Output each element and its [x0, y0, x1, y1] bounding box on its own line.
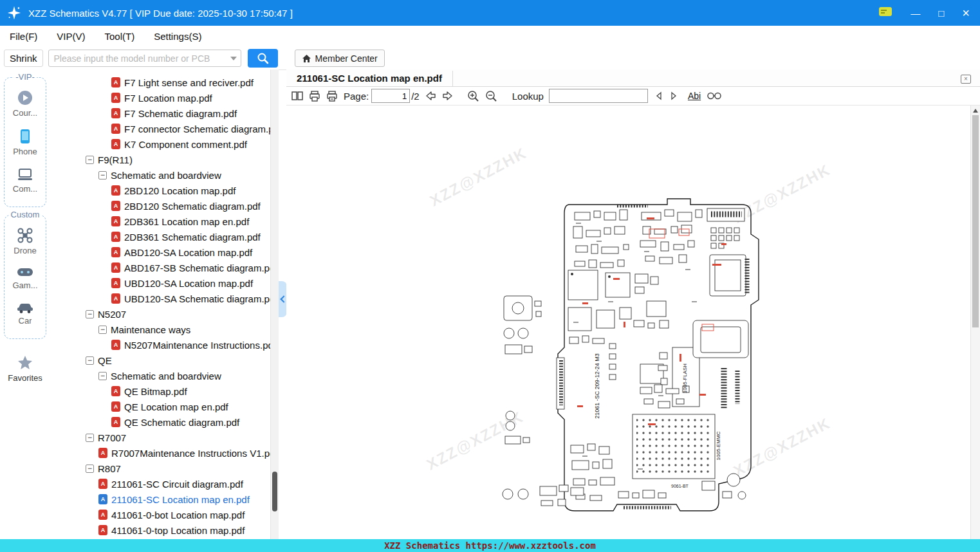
tree-file[interactable]: A411061-0-top Location map.pdf [50, 522, 270, 538]
tree-file[interactable]: A2DB361 Location map en.pdf [50, 214, 270, 229]
tree-file[interactable]: A2BD120 Location map.pdf [50, 183, 270, 198]
collapse-minus-icon[interactable]: − [86, 310, 94, 318]
title-bar: XZZ Schematics V4.77 [ VIP Due date: 202… [0, 0, 980, 26]
sidebar-item-computer[interactable]: Com... [13, 167, 37, 194]
menu-file[interactable]: File(F) [0, 31, 47, 42]
search-input[interactable] [53, 53, 228, 64]
tree-folder[interactable]: −F9(R11) [50, 152, 270, 167]
member-center-button[interactable]: Member Center [295, 50, 385, 67]
tree-file[interactable]: AK7 Component comment.pdf [50, 136, 270, 152]
text-select-tool[interactable]: Abi [688, 91, 701, 101]
scroll-up-icon[interactable] [973, 109, 978, 113]
two-page-view-icon[interactable] [291, 91, 303, 101]
tree-file[interactable]: AR7007Maintenance Instructions V1.pdf [50, 445, 270, 461]
zoom-out-icon[interactable] [485, 90, 497, 102]
vip-group-label: -VIP- [14, 72, 37, 82]
chevron-down-icon[interactable] [230, 57, 237, 60]
sidebar-item-label: Drone [14, 246, 36, 255]
tree-file[interactable]: A411061-0-bot Location map.pdf [50, 507, 270, 522]
pdf-file-icon: A [111, 93, 120, 103]
pdf-file-icon: A [98, 479, 107, 489]
page-label: Page: [344, 91, 369, 102]
tree-file[interactable]: AABD167-SB Schematic diagram.pdf [50, 260, 270, 275]
tree-file[interactable]: AQE Bitmap.pdf [50, 383, 270, 399]
license-icon[interactable] [878, 6, 892, 20]
minimize-button[interactable]: — [911, 8, 920, 18]
car-icon [16, 300, 34, 314]
lookup-input[interactable] [549, 89, 648, 103]
tree-scrollbar-thumb[interactable] [272, 472, 277, 511]
tree-item-label: 411061-0-bot Location map.pdf [111, 510, 245, 520]
collapse-minus-icon[interactable]: − [98, 171, 107, 179]
tree-file[interactable]: AUBD120-SA Location map.pdf [50, 275, 270, 291]
tree-folder[interactable]: −R807 [50, 461, 270, 476]
pdf-file-icon: A [111, 340, 120, 350]
sidebar-item-game[interactable]: Gam... [12, 266, 37, 290]
tree-file[interactable]: A2BD120 Schematic diagram.pdf [50, 198, 270, 214]
print-icon[interactable] [309, 91, 320, 102]
page-number-input[interactable] [371, 89, 410, 103]
collapse-minus-icon[interactable]: − [98, 372, 107, 380]
previous-page-icon[interactable] [423, 91, 436, 101]
sidebar-item-course[interactable]: Cour... [13, 89, 37, 118]
viewer-scrollbar-thumb[interactable] [972, 115, 979, 327]
zoom-in-icon[interactable] [467, 90, 479, 102]
sidebar-item-favorites[interactable]: Favorites [0, 354, 50, 383]
viewer-scrollbar[interactable] [970, 106, 980, 539]
tree-folder[interactable]: −N5207 [50, 306, 270, 322]
tree-file[interactable]: A211061-SC Location map en.pdf [50, 492, 270, 507]
print-page-icon[interactable] [326, 91, 338, 102]
menu-settings[interactable]: Settings(S) [144, 31, 211, 42]
tree-item-label: QE Bitmap.pdf [124, 386, 187, 397]
collapse-minus-icon[interactable]: − [86, 156, 94, 164]
model-search-box[interactable] [48, 50, 241, 67]
tree-file[interactable]: AABD120-SA Location map.pdf [50, 244, 270, 260]
sidebar-item-drone[interactable]: Drone [14, 227, 36, 255]
tree-file[interactable]: AQE Schematic diagram.pdf [50, 414, 270, 430]
tree-folder[interactable]: −Maintenance ways [50, 322, 270, 337]
pdf-file-icon: A [111, 232, 120, 242]
tree-file[interactable]: AUBD120-SA Schematic diagram.pdf [50, 291, 270, 306]
glasses-icon[interactable] [707, 92, 721, 100]
sidebar-item-phone[interactable]: Phone [13, 128, 37, 156]
next-page-icon[interactable] [442, 91, 455, 101]
collapse-minus-icon[interactable]: − [98, 326, 107, 334]
tree-item-label: 2BD120 Schematic diagram.pdf [124, 201, 261, 212]
pdf-file-icon: A [98, 448, 107, 458]
find-next-icon[interactable] [669, 91, 678, 100]
close-document-icon[interactable]: × [961, 75, 971, 84]
search-button[interactable] [248, 49, 278, 68]
tree-folder[interactable]: −Schematic and boardview [50, 167, 270, 183]
tree-folder[interactable]: −R7007 [50, 430, 270, 445]
tree-item-label: R7007 [98, 432, 126, 443]
tree-scrollbar[interactable] [270, 69, 279, 539]
menu-vip[interactable]: VIP(V) [47, 31, 95, 42]
shrink-button[interactable]: Shrink [4, 50, 43, 67]
pdf-file-icon: A [111, 216, 120, 226]
collapse-minus-icon[interactable]: − [86, 434, 94, 442]
tree-folder[interactable]: −QE [50, 353, 270, 368]
favorites-label: Favorites [8, 373, 42, 383]
tree-file[interactable]: AQE Location map en.pdf [50, 399, 270, 414]
bt-label: 9061-BT [671, 484, 689, 488]
window-title: XZZ Schematics V4.77 [ VIP Due date: 202… [28, 8, 293, 19]
tree-file[interactable]: A211061-SC Circuit diagram.pdf [50, 476, 270, 492]
tree-item-label: Schematic and boardview [111, 170, 221, 181]
menu-tool[interactable]: Tool(T) [95, 31, 145, 42]
tree-file[interactable]: AF7 Light sense and reciver.pdf [50, 75, 270, 90]
tree-file[interactable]: AF7 Location map.pdf [50, 90, 270, 106]
tree-file[interactable]: A2DB361 Schematic diagram.pdf [50, 229, 270, 244]
tree-item-label: QE [98, 355, 112, 366]
tree-folder[interactable]: −Schematic and boardview [50, 368, 270, 383]
tree-file[interactable]: AF7 Schematic diagram.pdf [50, 106, 270, 121]
find-previous-icon[interactable] [654, 91, 663, 100]
close-button[interactable]: × [962, 6, 970, 19]
tree-file[interactable]: AF7 connector Schematic diagram.pdf [50, 121, 270, 136]
maximize-button[interactable]: □ [938, 8, 944, 18]
collapse-minus-icon[interactable]: − [86, 356, 94, 365]
collapse-minus-icon[interactable]: − [86, 465, 94, 473]
document-tab[interactable]: 211061-SC Location map en.pdf [286, 71, 453, 86]
sidebar-item-car[interactable]: Car [16, 300, 34, 326]
tree-file[interactable]: AN5207Maintenance Instructions.pdf [50, 337, 270, 353]
home-icon [302, 54, 311, 63]
